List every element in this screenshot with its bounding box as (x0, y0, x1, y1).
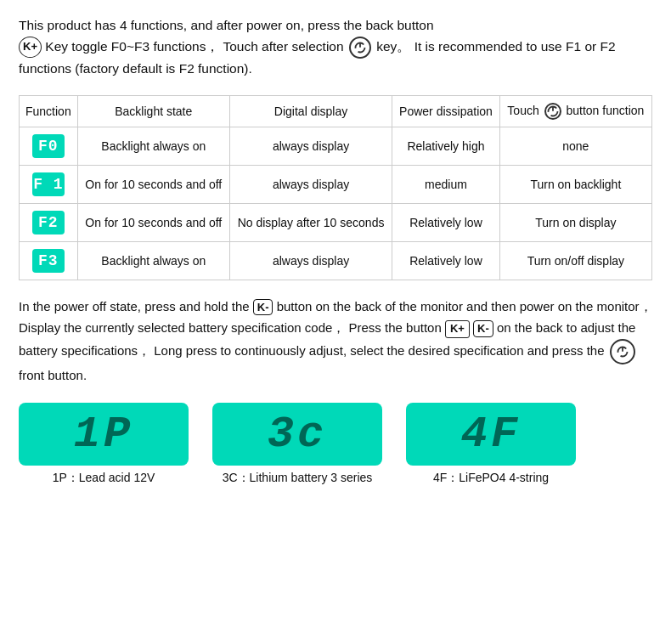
kminus-badge-inline: K- (473, 320, 493, 337)
backlight-f3: Backlight always on (77, 241, 229, 280)
func-badge-f2: F2 (20, 203, 78, 241)
intro-paragraph: This product has 4 functions, and after … (19, 15, 652, 80)
battery-display-text-4f: 4F (461, 410, 521, 460)
battery-label-1p: 1P：Lead acid 12V (53, 471, 155, 486)
table-row: F 1 On for 10 seconds and off always dis… (20, 165, 652, 203)
battery-item-4f: 4F 4F：LiFePO4 4-string (406, 403, 576, 486)
k7-badge-inline: K- (253, 299, 273, 316)
function-table: Function Backlight state Digital display… (19, 95, 652, 280)
touch-f0: none (499, 127, 651, 165)
power-f3: Relatively low (392, 241, 499, 280)
intro-text-1: This product has 4 functions, and after … (19, 18, 434, 32)
body-paragraph: In the power off state, press and hold t… (19, 296, 652, 387)
power-f0: Relatively high (392, 127, 499, 165)
battery-label-4f: 4F：LiFePO4 4-string (433, 471, 549, 486)
backlight-f2: On for 10 seconds and off (77, 203, 229, 241)
touch-f3: Turn on/off display (499, 241, 651, 280)
func-badge-f3: F3 (20, 241, 78, 280)
battery-display-text-3c: 3c (268, 410, 327, 460)
col-header-function: Function (20, 95, 78, 127)
backlight-f1: On for 10 seconds and off (77, 165, 229, 203)
func-badge-f0: F0 (20, 127, 78, 165)
backlight-f0: Backlight always on (77, 127, 229, 165)
power-f2: Relatively low (392, 203, 499, 241)
battery-item-3c: 3c 3C：Lithium battery 3 series (212, 403, 382, 486)
col-header-touch: Touch button function (499, 95, 651, 127)
battery-row: 1P 1P：Lead acid 12V 3c 3C：Lithium batter… (19, 403, 652, 486)
power-front-icon (610, 339, 635, 364)
table-row: F2 On for 10 seconds and off No display … (20, 203, 652, 241)
touch-power-icon (349, 37, 371, 59)
touch-f1: Turn on backlight (499, 165, 651, 203)
col-header-display: Digital display (229, 95, 392, 127)
power-f1: medium (392, 165, 499, 203)
touch-f2: Turn on display (499, 203, 651, 241)
battery-item-1p: 1P 1P：Lead acid 12V (19, 403, 189, 486)
touch-icon-header (544, 103, 561, 120)
table-row: F0 Backlight always on always display Re… (20, 127, 652, 165)
display-f3: always display (229, 241, 392, 280)
display-f1: always display (229, 165, 392, 203)
intro-text-2: Key toggle F0~F3 functions， Touch after … (45, 39, 347, 54)
display-f2: No display after 10 seconds (229, 203, 392, 241)
battery-display-text-1p: 1P (74, 410, 133, 460)
body-text-end: front button. (19, 368, 87, 382)
kplus-badge-inline: K+ (445, 320, 470, 338)
col-header-power: Power dissipation (392, 95, 499, 127)
battery-display-4f: 4F (406, 403, 576, 466)
kplus-circle-icon: K+ (19, 37, 42, 58)
battery-label-3c: 3C：Lithium battery 3 series (223, 471, 373, 486)
table-row: F3 Backlight always on always display Re… (20, 241, 652, 280)
body-text-pre: In the power off state, press and hold t… (19, 299, 250, 314)
battery-display-1p: 1P (19, 403, 189, 466)
display-f0: always display (229, 127, 392, 165)
func-badge-f1: F 1 (20, 165, 78, 203)
battery-display-3c: 3c (212, 403, 382, 466)
col-header-backlight: Backlight state (77, 95, 229, 127)
